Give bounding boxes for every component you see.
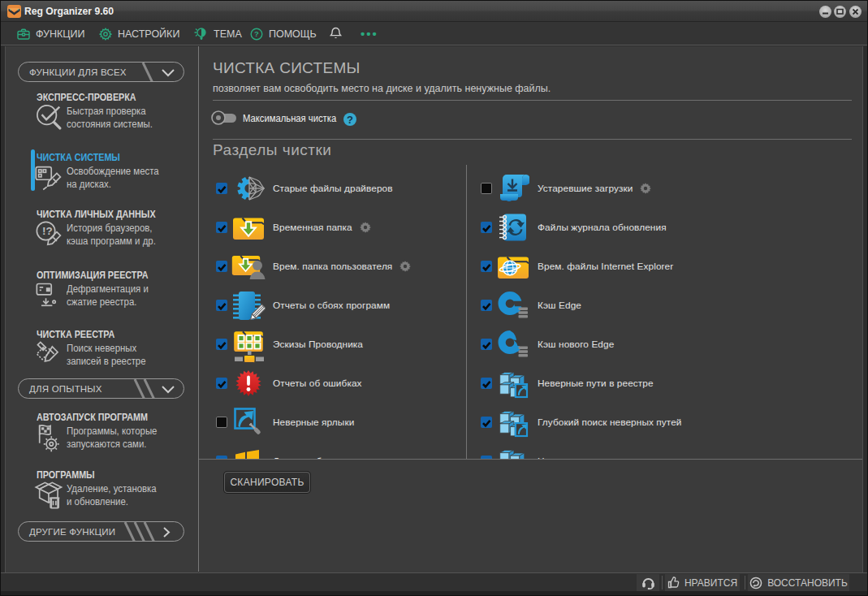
svg-text:?: ? [254, 29, 259, 38]
svg-text:!?: !? [42, 225, 53, 237]
svg-text:?: ? [347, 114, 353, 126]
